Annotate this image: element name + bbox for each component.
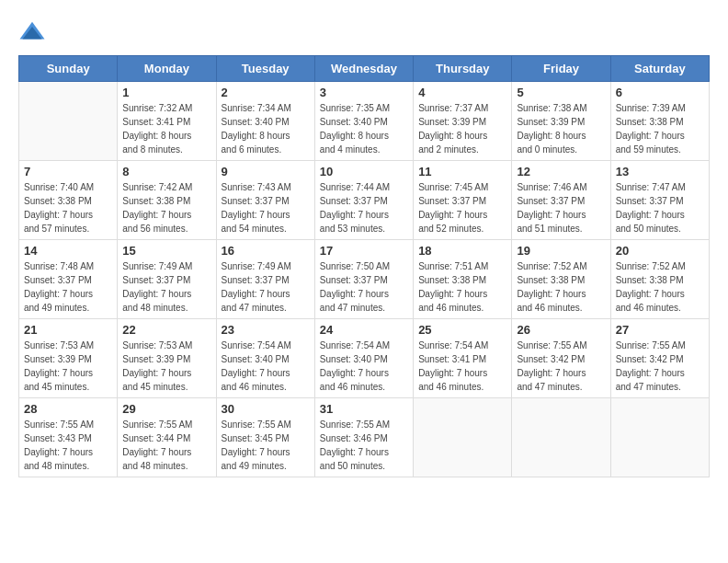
day-number: 31 (320, 402, 408, 416)
day-cell: 6Sunrise: 7:39 AM Sunset: 3:38 PM Daylig… (610, 82, 709, 161)
day-cell: 1Sunrise: 7:32 AM Sunset: 3:41 PM Daylig… (118, 82, 216, 161)
day-info: Sunrise: 7:35 AM Sunset: 3:40 PM Dayligh… (320, 101, 408, 156)
day-info: Sunrise: 7:55 AM Sunset: 3:46 PM Dayligh… (320, 418, 408, 473)
day-number: 19 (517, 244, 605, 258)
day-info: Sunrise: 7:53 AM Sunset: 3:39 PM Dayligh… (24, 339, 112, 394)
day-number: 29 (122, 402, 210, 416)
day-info: Sunrise: 7:54 AM Sunset: 3:41 PM Dayligh… (418, 339, 506, 394)
day-number: 12 (517, 165, 605, 178)
day-cell: 22Sunrise: 7:53 AM Sunset: 3:39 PM Dayli… (118, 319, 216, 398)
week-row-1: 1Sunrise: 7:32 AM Sunset: 3:41 PM Daylig… (19, 82, 710, 161)
day-number: 2 (222, 86, 310, 99)
week-row-2: 7Sunrise: 7:40 AM Sunset: 3:38 PM Daylig… (19, 161, 710, 240)
day-info: Sunrise: 7:53 AM Sunset: 3:39 PM Dayligh… (122, 339, 210, 394)
day-cell: 3Sunrise: 7:35 AM Sunset: 3:40 PM Daylig… (314, 82, 413, 161)
day-number: 22 (122, 323, 210, 337)
day-number: 27 (616, 323, 704, 337)
day-cell: 26Sunrise: 7:55 AM Sunset: 3:42 PM Dayli… (512, 319, 610, 398)
week-row-5: 28Sunrise: 7:55 AM Sunset: 3:43 PM Dayli… (19, 398, 710, 477)
day-cell: 14Sunrise: 7:48 AM Sunset: 3:37 PM Dayli… (19, 240, 118, 319)
logo-icon (18, 18, 46, 46)
day-info: Sunrise: 7:44 AM Sunset: 3:37 PM Dayligh… (320, 180, 408, 236)
day-number: 4 (418, 86, 506, 99)
day-info: Sunrise: 7:49 AM Sunset: 3:37 PM Dayligh… (122, 259, 210, 315)
day-header-thursday: Thursday (414, 56, 512, 82)
day-cell: 21Sunrise: 7:53 AM Sunset: 3:39 PM Dayli… (19, 319, 118, 398)
week-row-3: 14Sunrise: 7:48 AM Sunset: 3:37 PM Dayli… (19, 240, 710, 319)
day-info: Sunrise: 7:34 AM Sunset: 3:40 PM Dayligh… (222, 101, 310, 156)
day-number: 3 (320, 86, 408, 99)
day-header-wednesday: Wednesday (314, 56, 413, 82)
day-number: 24 (320, 323, 408, 337)
day-info: Sunrise: 7:42 AM Sunset: 3:38 PM Dayligh… (122, 180, 210, 236)
day-info: Sunrise: 7:55 AM Sunset: 3:45 PM Dayligh… (222, 418, 310, 473)
day-cell: 28Sunrise: 7:55 AM Sunset: 3:43 PM Dayli… (19, 398, 118, 477)
day-cell (19, 82, 118, 161)
day-info: Sunrise: 7:52 AM Sunset: 3:38 PM Dayligh… (616, 259, 704, 315)
day-info: Sunrise: 7:55 AM Sunset: 3:43 PM Dayligh… (24, 418, 112, 473)
day-number: 23 (222, 323, 310, 337)
day-header-monday: Monday (118, 56, 216, 82)
day-number: 30 (222, 402, 310, 416)
day-cell: 12Sunrise: 7:46 AM Sunset: 3:37 PM Dayli… (512, 161, 610, 240)
days-header-row: SundayMondayTuesdayWednesdayThursdayFrid… (19, 56, 710, 82)
day-info: Sunrise: 7:39 AM Sunset: 3:38 PM Dayligh… (616, 101, 704, 156)
day-number: 10 (320, 165, 408, 178)
day-number: 15 (122, 244, 210, 258)
day-cell: 4Sunrise: 7:37 AM Sunset: 3:39 PM Daylig… (414, 82, 512, 161)
day-info: Sunrise: 7:38 AM Sunset: 3:39 PM Dayligh… (517, 101, 605, 156)
day-info: Sunrise: 7:49 AM Sunset: 3:37 PM Dayligh… (222, 259, 310, 315)
day-number: 8 (122, 165, 210, 178)
day-cell: 25Sunrise: 7:54 AM Sunset: 3:41 PM Dayli… (414, 319, 512, 398)
day-cell (512, 398, 610, 477)
day-info: Sunrise: 7:40 AM Sunset: 3:38 PM Dayligh… (24, 180, 112, 236)
calendar-table: SundayMondayTuesdayWednesdayThursdayFrid… (18, 55, 710, 477)
day-cell: 16Sunrise: 7:49 AM Sunset: 3:37 PM Dayli… (216, 240, 314, 319)
day-number: 9 (222, 165, 310, 178)
day-info: Sunrise: 7:54 AM Sunset: 3:40 PM Dayligh… (320, 339, 408, 394)
day-cell: 30Sunrise: 7:55 AM Sunset: 3:45 PM Dayli… (216, 398, 314, 477)
day-info: Sunrise: 7:37 AM Sunset: 3:39 PM Dayligh… (418, 101, 506, 156)
day-cell: 24Sunrise: 7:54 AM Sunset: 3:40 PM Dayli… (314, 319, 413, 398)
day-cell: 20Sunrise: 7:52 AM Sunset: 3:38 PM Dayli… (610, 240, 709, 319)
day-cell: 5Sunrise: 7:38 AM Sunset: 3:39 PM Daylig… (512, 82, 610, 161)
day-number: 21 (24, 323, 112, 337)
day-number: 18 (418, 244, 506, 258)
day-cell: 15Sunrise: 7:49 AM Sunset: 3:37 PM Dayli… (118, 240, 216, 319)
day-number: 17 (320, 244, 408, 258)
week-row-4: 21Sunrise: 7:53 AM Sunset: 3:39 PM Dayli… (19, 319, 710, 398)
day-cell: 17Sunrise: 7:50 AM Sunset: 3:37 PM Dayli… (314, 240, 413, 319)
day-cell: 11Sunrise: 7:45 AM Sunset: 3:37 PM Dayli… (414, 161, 512, 240)
day-number: 28 (24, 402, 112, 416)
day-cell (610, 398, 709, 477)
day-number: 11 (418, 165, 506, 178)
day-header-sunday: Sunday (19, 56, 118, 82)
page-header (18, 18, 710, 46)
day-info: Sunrise: 7:50 AM Sunset: 3:37 PM Dayligh… (320, 259, 408, 315)
day-info: Sunrise: 7:48 AM Sunset: 3:37 PM Dayligh… (24, 259, 112, 315)
logo (18, 18, 50, 46)
day-cell: 27Sunrise: 7:55 AM Sunset: 3:42 PM Dayli… (610, 319, 709, 398)
day-info: Sunrise: 7:43 AM Sunset: 3:37 PM Dayligh… (222, 180, 310, 236)
day-cell: 2Sunrise: 7:34 AM Sunset: 3:40 PM Daylig… (216, 82, 314, 161)
day-number: 7 (24, 165, 112, 178)
day-number: 1 (122, 86, 210, 99)
day-info: Sunrise: 7:46 AM Sunset: 3:37 PM Dayligh… (517, 180, 605, 236)
day-info: Sunrise: 7:55 AM Sunset: 3:42 PM Dayligh… (517, 339, 605, 394)
day-number: 6 (616, 86, 704, 99)
day-cell: 29Sunrise: 7:55 AM Sunset: 3:44 PM Dayli… (118, 398, 216, 477)
day-info: Sunrise: 7:52 AM Sunset: 3:38 PM Dayligh… (517, 259, 605, 315)
day-info: Sunrise: 7:55 AM Sunset: 3:42 PM Dayligh… (616, 339, 704, 394)
day-info: Sunrise: 7:54 AM Sunset: 3:40 PM Dayligh… (222, 339, 310, 394)
day-info: Sunrise: 7:45 AM Sunset: 3:37 PM Dayligh… (418, 180, 506, 236)
day-header-friday: Friday (512, 56, 610, 82)
day-cell: 19Sunrise: 7:52 AM Sunset: 3:38 PM Dayli… (512, 240, 610, 319)
day-cell (414, 398, 512, 477)
day-cell: 7Sunrise: 7:40 AM Sunset: 3:38 PM Daylig… (19, 161, 118, 240)
day-number: 5 (517, 86, 605, 99)
day-cell: 8Sunrise: 7:42 AM Sunset: 3:38 PM Daylig… (118, 161, 216, 240)
day-info: Sunrise: 7:32 AM Sunset: 3:41 PM Dayligh… (122, 101, 210, 156)
day-header-saturday: Saturday (610, 56, 709, 82)
day-number: 16 (222, 244, 310, 258)
day-cell: 9Sunrise: 7:43 AM Sunset: 3:37 PM Daylig… (216, 161, 314, 240)
